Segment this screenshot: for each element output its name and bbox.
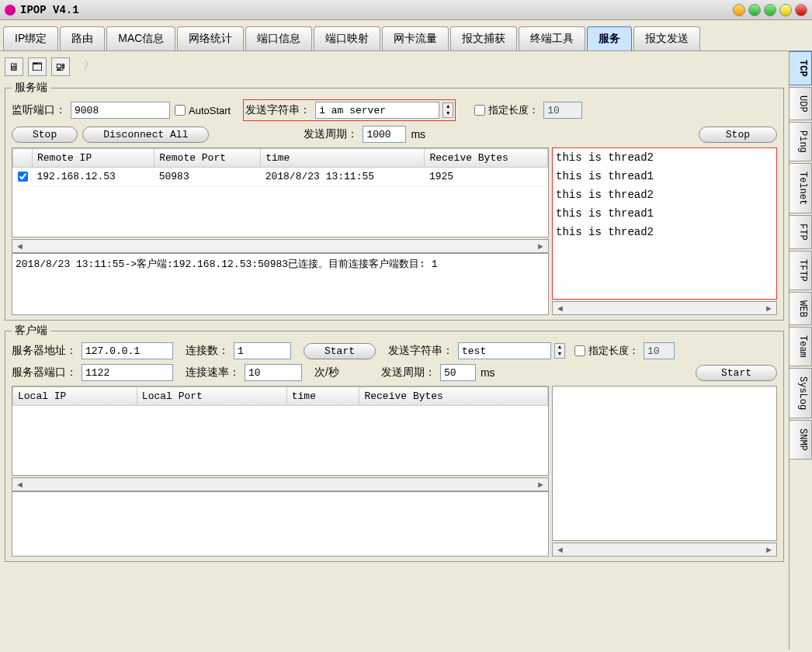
- close-button[interactable]: [795, 4, 807, 16]
- tab-路由[interactable]: 路由: [60, 26, 105, 50]
- server-conn-table[interactable]: Remote IPRemote PorttimeReceive Bytes 19…: [12, 147, 549, 238]
- minimize-button[interactable]: [764, 4, 776, 16]
- tool-icon-2[interactable]: 🗔: [28, 57, 47, 76]
- side-tab-SysLog[interactable]: SysLog: [789, 368, 812, 418]
- main-tabs: IP绑定路由MAC信息网络统计端口信息端口映射网卡流量报文捕获终端工具服务报文发…: [0, 20, 812, 50]
- conn-rate-input[interactable]: [245, 364, 302, 381]
- client-fixed-len-checkbox[interactable]: 指定长度：: [574, 344, 639, 358]
- row-checkbox[interactable]: [18, 172, 28, 182]
- client-send-str-spinner[interactable]: ▲▼: [554, 343, 565, 359]
- maximize-button[interactable]: [779, 4, 792, 16]
- server-legend: 服务端: [12, 81, 50, 95]
- tab-MAC信息[interactable]: MAC信息: [106, 26, 175, 50]
- client-send-period-unit: ms: [481, 366, 495, 379]
- server-col-0[interactable]: Remote IP: [33, 149, 154, 168]
- side-tab-TFTP[interactable]: TFTP: [789, 251, 812, 290]
- titlebar: IPOP V4.1: [0, 0, 812, 20]
- tool-icon-3[interactable]: 🖳: [51, 57, 70, 76]
- window-title: IPOP V4.1: [20, 4, 79, 16]
- recv-line: this is thread1: [556, 170, 773, 182]
- server-fixed-len-input: [543, 102, 582, 119]
- client-log[interactable]: [12, 491, 549, 557]
- tab-网络统计[interactable]: 网络统计: [177, 26, 244, 50]
- server-send-str-label: 发送字符串：: [245, 103, 311, 117]
- client-recv-scrollbar[interactable]: ◄►: [552, 543, 777, 557]
- side-tab-Ping[interactable]: Ping: [789, 122, 812, 161]
- conn-rate-label: 连接速率：: [186, 366, 240, 380]
- side-tab-WEB[interactable]: WEB: [789, 292, 812, 326]
- server-col-2[interactable]: time: [261, 149, 425, 168]
- server-recv-box[interactable]: this is thread2this is thread1this is th…: [552, 147, 777, 300]
- side-tab-Telnet[interactable]: Telnet: [789, 163, 812, 213]
- server-col-1[interactable]: Remote Port: [154, 149, 261, 168]
- server-send-period-unit: ms: [411, 128, 425, 140]
- client-send-str-input[interactable]: [458, 342, 551, 359]
- client-recv-box[interactable]: [552, 386, 777, 541]
- server-fixed-len-label: 指定长度：: [488, 103, 539, 117]
- conn-count-input[interactable]: [234, 342, 291, 359]
- client-col-0[interactable]: Local IP: [13, 387, 137, 406]
- server-fixed-len-checkbox[interactable]: 指定长度：: [474, 103, 539, 117]
- tab-网卡流量[interactable]: 网卡流量: [382, 26, 449, 50]
- side-tab-FTP[interactable]: FTP: [789, 215, 812, 249]
- server-log[interactable]: 2018/8/23 13:11:55->客户端:192.168.12.53:50…: [12, 253, 549, 315]
- side-tab-TCP[interactable]: TCP: [789, 51, 812, 85]
- server-addr-input[interactable]: [82, 342, 173, 359]
- side-tab-SNMP[interactable]: SNMP: [789, 420, 812, 460]
- autostart-checkbox-input[interactable]: [175, 105, 186, 116]
- client-start-button[interactable]: Start: [304, 343, 376, 359]
- server-send-str-input[interactable]: [315, 102, 439, 119]
- client-col-2[interactable]: time: [286, 387, 359, 406]
- client-col-1[interactable]: Local Port: [137, 387, 286, 406]
- tab-报文发送[interactable]: 报文发送: [633, 26, 700, 50]
- side-tab-Team[interactable]: Team: [789, 327, 812, 366]
- conn-rate-unit: 次/秒: [314, 366, 339, 380]
- tool-icon-1[interactable]: 🖥: [5, 57, 23, 76]
- recv-line: this is thread2: [556, 226, 773, 238]
- server-send-period-label: 发送周期：: [304, 127, 358, 141]
- disconnect-all-button[interactable]: Disconnect All: [82, 127, 209, 143]
- server-table-scrollbar[interactable]: ◄►: [12, 239, 549, 253]
- tab-IP绑定[interactable]: IP绑定: [3, 26, 58, 50]
- side-tab-UDP[interactable]: UDP: [789, 87, 812, 121]
- client-fieldset: 客户端 服务器地址： 连接数： Start 发送字符串： ▲▼ 指定长度： 服务…: [5, 324, 784, 562]
- server-send-str-spinner[interactable]: ▲▼: [442, 102, 453, 118]
- client-send-period-label: 发送周期：: [381, 366, 435, 380]
- server-send-period-input[interactable]: [363, 126, 406, 143]
- autostart-checkbox[interactable]: AutoStart: [175, 105, 231, 116]
- help-icon[interactable]: ❔: [75, 57, 93, 76]
- recv-line: this is thread2: [556, 189, 773, 201]
- tab-端口映射[interactable]: 端口映射: [314, 26, 380, 50]
- client-legend: 客户端: [12, 324, 50, 338]
- tab-终端工具[interactable]: 终端工具: [519, 26, 585, 50]
- conn-count-label: 连接数：: [186, 344, 229, 358]
- server-stop2-button[interactable]: Stop: [699, 127, 777, 143]
- server-col-3[interactable]: Receive Bytes: [425, 149, 548, 168]
- server-fieldset: 服务端 监听端口： AutoStart 发送字符串： ▲▼ 指定长度：: [5, 81, 784, 321]
- client-table-scrollbar[interactable]: ◄►: [12, 477, 549, 491]
- client-fixed-len-label: 指定长度：: [588, 344, 639, 358]
- side-tabs: TCPUDPPingTelnetFTPTFTPWEBTeamSysLogSNMP: [789, 51, 812, 650]
- client-send-str-label: 发送字符串：: [388, 344, 453, 358]
- client-col-3[interactable]: Receive Bytes: [359, 387, 548, 406]
- server-port-input[interactable]: [82, 364, 173, 381]
- listen-port-input[interactable]: [71, 102, 170, 119]
- recv-line: this is thread2: [556, 151, 773, 164]
- tab-报文捕获[interactable]: 报文捕获: [450, 26, 517, 50]
- client-conn-table[interactable]: Local IPLocal PorttimeReceive Bytes: [12, 386, 549, 476]
- server-recv-scrollbar[interactable]: ◄►: [552, 301, 777, 315]
- client-fixed-len-checkbox-input[interactable]: [574, 345, 585, 356]
- listen-port-label: 监听端口：: [12, 103, 66, 117]
- table-row[interactable]: 192.168.12.53509832018/8/23 13:11:551925: [13, 168, 548, 186]
- server-stop-button[interactable]: Stop: [12, 127, 78, 143]
- window-btn-2[interactable]: [748, 4, 761, 16]
- tab-端口信息[interactable]: 端口信息: [245, 26, 312, 50]
- autostart-label: AutoStart: [189, 105, 231, 116]
- tab-服务[interactable]: 服务: [587, 26, 632, 50]
- server-fixed-len-checkbox-input[interactable]: [474, 105, 485, 116]
- app-icon: [5, 5, 16, 16]
- recv-line: this is thread1: [556, 207, 773, 220]
- client-send-period-input[interactable]: [440, 364, 476, 381]
- client-start2-button[interactable]: Start: [696, 365, 777, 381]
- window-btn-1[interactable]: [733, 4, 745, 16]
